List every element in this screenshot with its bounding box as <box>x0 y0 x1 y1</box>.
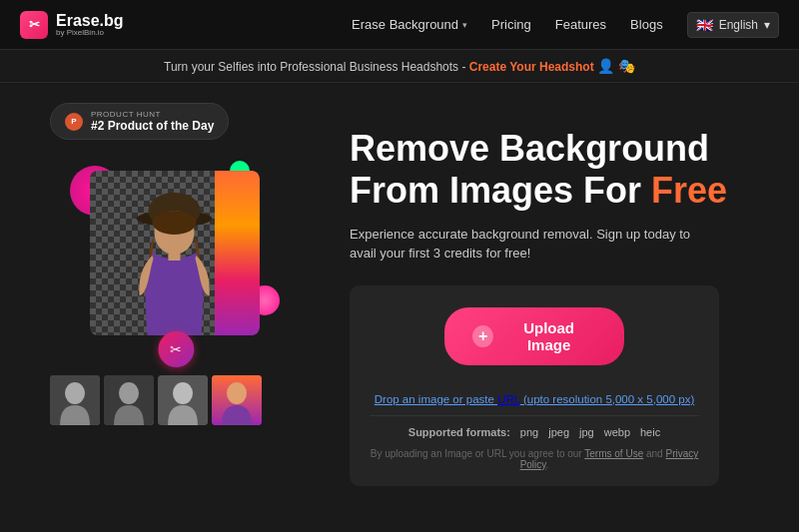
svg-rect-4 <box>169 251 181 261</box>
announce-text: Turn your Selfies into Professional Busi… <box>164 60 469 74</box>
announcement-bar: Turn your Selfies into Professional Busi… <box>0 50 799 83</box>
thumbnails <box>50 375 262 425</box>
drop-text: Drop an image or paste URL (upto resolut… <box>370 393 699 405</box>
right-panel: Remove Background From Images For Free E… <box>350 103 769 511</box>
ph-title: #2 Product of the Day <box>91 119 214 133</box>
ph-badge-text: PRODUCT HUNT #2 Product of the Day <box>91 110 214 133</box>
formats-label: Supported formats: <box>408 426 510 438</box>
upload-image-button[interactable]: + Upload Image <box>444 307 624 365</box>
demo-image-box <box>90 171 260 335</box>
eraser-icon: ✂ <box>158 331 194 367</box>
logo-icon: ✂ <box>20 11 48 39</box>
nav-erase-background[interactable]: Erase Background ▾ <box>352 17 467 32</box>
logo[interactable]: ✂ Erase.bg by PixelBin.io <box>20 11 124 39</box>
thumbnail-1[interactable] <box>50 375 100 425</box>
plus-icon: + <box>472 325 493 347</box>
url-link[interactable]: URL <box>497 393 520 405</box>
formats-row: Supported formats: png jpeg jpg webp hei… <box>370 426 699 438</box>
chevron-down-icon: ▾ <box>764 18 770 32</box>
format-png: png <box>520 426 538 438</box>
logo-text: Erase.bg by PixelBin.io <box>56 13 124 37</box>
hero-title-line2: From Images For <box>350 170 651 211</box>
nav-blogs[interactable]: Blogs <box>630 17 663 32</box>
language-selector[interactable]: 🇬🇧 English ▾ <box>687 12 779 38</box>
terms-of-use-link[interactable]: Terms of Use <box>584 448 643 459</box>
logo-main: Erase.bg <box>56 13 124 29</box>
person-silhouette <box>128 181 223 335</box>
navbar-nav: Erase Background ▾ Pricing Features Blog… <box>352 12 779 38</box>
thumbnail-3[interactable] <box>158 375 208 425</box>
format-webp: webp <box>604 426 630 438</box>
chevron-down-icon: ▾ <box>462 20 467 30</box>
nav-pricing[interactable]: Pricing <box>491 17 531 32</box>
svg-point-3 <box>153 211 197 235</box>
format-jpg: jpg <box>579 426 594 438</box>
ph-label: PRODUCT HUNT <box>91 110 214 119</box>
left-panel: P PRODUCT HUNT #2 Product of the Day <box>30 103 330 511</box>
hero-free-text: Free <box>651 170 727 211</box>
main-content: P PRODUCT HUNT #2 Product of the Day <box>0 83 799 531</box>
svg-point-12 <box>227 382 247 404</box>
nav-features[interactable]: Features <box>555 17 606 32</box>
svg-point-6 <box>65 382 85 404</box>
svg-point-10 <box>173 382 193 404</box>
upload-box: + Upload Image Drop an image or paste UR… <box>350 285 719 486</box>
divider <box>370 415 699 416</box>
announce-link[interactable]: Create Your Headshot <box>469 60 594 74</box>
hero-title-line1: Remove Background <box>350 128 709 169</box>
flag-icon: 🇬🇧 <box>696 17 713 33</box>
svg-point-8 <box>119 382 139 404</box>
terms-text: By uploading an Image or URL you agree t… <box>370 448 699 470</box>
hero-title: Remove Background From Images For Free <box>350 128 769 211</box>
upload-btn-wrapper: + Upload Image <box>370 307 699 379</box>
announce-icons: 👤 🎭 <box>597 58 635 74</box>
format-heic: heic <box>640 426 660 438</box>
logo-sub: by PixelBin.io <box>56 29 124 37</box>
hero-subtitle: Experience accurate background removal. … <box>350 225 709 264</box>
thumbnail-4[interactable] <box>212 375 262 425</box>
demo-image-container: ✂ <box>60 156 300 355</box>
product-hunt-badge[interactable]: P PRODUCT HUNT #2 Product of the Day <box>50 103 229 140</box>
navbar: ✂ Erase.bg by PixelBin.io Erase Backgrou… <box>0 0 799 50</box>
format-jpeg: jpeg <box>548 426 569 438</box>
thumbnail-2[interactable] <box>104 375 154 425</box>
ph-logo-icon: P <box>65 113 83 131</box>
upload-button-label: Upload Image <box>501 319 596 353</box>
lang-label: English <box>719 18 758 32</box>
